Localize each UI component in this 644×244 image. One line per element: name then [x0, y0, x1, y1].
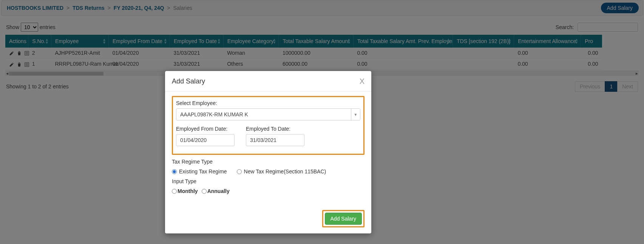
add-salary-submit-button[interactable]: Add Salary	[325, 213, 362, 225]
input-type-monthly-label: Monthly	[178, 188, 198, 194]
input-type-annually-radio[interactable]	[202, 189, 207, 194]
close-icon[interactable]: X	[360, 77, 364, 86]
highlighted-submit: Add Salary	[322, 210, 364, 227]
input-type-label: Input Type	[172, 178, 196, 184]
add-salary-modal: Add Salary X Select Employee: AAAPL0987K…	[165, 71, 371, 233]
tax-regime-new-radio[interactable]	[237, 169, 242, 174]
tax-regime-label: Tax Regime Type	[172, 159, 213, 165]
tax-regime-existing-label: Existing Tax Regime	[179, 168, 227, 175]
modal-body: Select Employee: AAAPL0987K-RM KUMAR K ▼…	[165, 91, 371, 206]
to-date-input[interactable]	[246, 134, 304, 146]
select-employee-label: Select Employee:	[176, 100, 360, 106]
modal-header: Add Salary X	[165, 71, 371, 91]
input-type-monthly-radio[interactable]	[172, 189, 177, 194]
employee-select-value: AAAPL0987K-RM KUMAR K	[176, 109, 351, 120]
from-date-input[interactable]	[176, 134, 235, 146]
tax-regime-existing-option[interactable]: Existing Tax Regime	[172, 168, 227, 175]
input-type-annually-label: Annually	[207, 188, 230, 194]
tax-regime-new-option[interactable]: New Tax Regime(Section 115BAC)	[237, 168, 326, 175]
modal-footer: Add Salary	[165, 206, 371, 233]
from-date-label: Employed From Date:	[176, 126, 235, 132]
input-type-annually-option[interactable]: Annually	[202, 188, 230, 194]
to-date-label: Employed To Date:	[246, 126, 304, 132]
employee-select[interactable]: AAAPL0987K-RM KUMAR K ▼	[176, 108, 360, 120]
tax-regime-new-label: New Tax Regime(Section 115BAC)	[244, 168, 326, 175]
highlighted-fields: Select Employee: AAAPL0987K-RM KUMAR K ▼…	[172, 96, 364, 155]
chevron-down-icon: ▼	[351, 109, 360, 120]
tax-regime-existing-radio[interactable]	[172, 169, 177, 174]
modal-title: Add Salary	[172, 77, 205, 85]
input-type-monthly-option[interactable]: Monthly	[172, 188, 198, 194]
